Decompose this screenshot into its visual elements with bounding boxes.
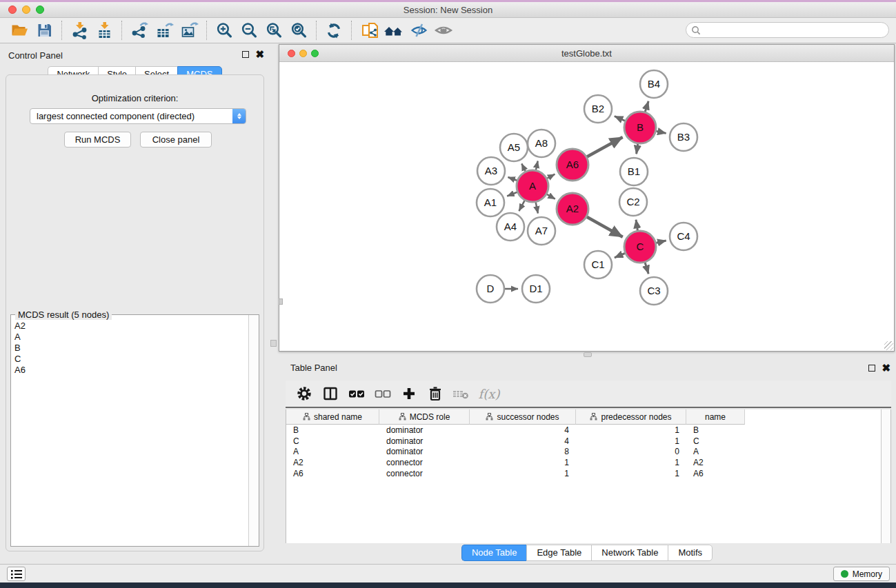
show-panels-button[interactable]: [7, 567, 26, 581]
cell-mcds-role[interactable]: dominator: [379, 446, 470, 457]
table-settings-button[interactable]: [291, 383, 317, 405]
table-row[interactable]: A6connector11A6: [286, 468, 890, 479]
network-window-titlebar[interactable]: testGlobe.txt: [279, 45, 894, 62]
zoom-fit-button[interactable]: [261, 20, 286, 41]
refresh-layout-button[interactable]: [321, 20, 346, 41]
column-header-name[interactable]: name: [686, 409, 745, 425]
cell-predecessor-nodes[interactable]: 1: [576, 436, 686, 447]
graph-node-A5[interactable]: A5: [500, 134, 528, 161]
unselect-all-button[interactable]: [370, 383, 396, 405]
close-table-panel-icon[interactable]: ✖: [882, 365, 890, 372]
cell-name[interactable]: B: [686, 425, 745, 436]
home-view-button[interactable]: [381, 20, 406, 41]
cell-predecessor-nodes[interactable]: 0: [576, 446, 686, 457]
zoom-selected-button[interactable]: [286, 20, 311, 41]
clone-network-button[interactable]: [357, 20, 381, 41]
export-network-button[interactable]: [127, 20, 152, 41]
graph-node-B3[interactable]: B3: [670, 123, 697, 151]
cell-shared-name[interactable]: A6: [286, 468, 379, 479]
optimization-criterion-select[interactable]: largest connected component (directed): [30, 108, 246, 124]
search-input[interactable]: [701, 26, 888, 35]
graph-node-A[interactable]: A: [517, 170, 548, 202]
cell-successor-nodes[interactable]: 4: [470, 436, 576, 447]
graph-node-A8[interactable]: A8: [528, 130, 555, 157]
horizontal-splitter-grip[interactable]: [584, 352, 592, 357]
mcds-result-item[interactable]: A: [14, 332, 248, 343]
graph-node-C3[interactable]: C3: [640, 277, 668, 305]
cell-mcds-role[interactable]: connector: [379, 468, 470, 479]
cell-name[interactable]: A2: [686, 457, 745, 468]
graph-node-B4[interactable]: B4: [640, 70, 668, 98]
memory-button[interactable]: Memory: [833, 567, 890, 581]
cell-shared-name[interactable]: B: [286, 425, 379, 436]
graph-node-C1[interactable]: C1: [584, 251, 612, 278]
import-network-button[interactable]: [67, 20, 92, 41]
float-table-panel-icon[interactable]: [868, 365, 875, 372]
column-header-shared-name[interactable]: shared name: [286, 409, 379, 425]
result-scrollbar[interactable]: [248, 315, 259, 546]
zoom-in-button[interactable]: [212, 20, 237, 41]
cell-predecessor-nodes[interactable]: 1: [576, 425, 686, 436]
cell-successor-nodes[interactable]: 8: [470, 446, 576, 457]
run-mcds-button[interactable]: Run MCDS: [64, 132, 131, 148]
cell-mcds-role[interactable]: dominator: [379, 436, 470, 447]
tab-node-table[interactable]: Node Table: [461, 545, 527, 561]
window-edge-handle[interactable]: [279, 298, 283, 305]
import-table-button[interactable]: [92, 20, 117, 41]
close-panel-button[interactable]: Close panel: [140, 132, 212, 148]
cell-name[interactable]: C: [686, 436, 745, 447]
graph-node-A6[interactable]: A6: [557, 149, 588, 181]
mcds-result-item[interactable]: A2: [14, 321, 248, 332]
column-header-mcds-role[interactable]: MCDS role: [379, 409, 470, 425]
table-scrollbar[interactable]: [881, 409, 890, 543]
vertical-splitter-grip[interactable]: [270, 340, 277, 347]
show-columns-button[interactable]: [317, 383, 344, 405]
network-canvas[interactable]: B4B2BB3A5A8A6A3B1AA1C2A2A4A7C4CC1C3DD1: [279, 62, 894, 351]
graph-node-C2[interactable]: C2: [619, 188, 647, 216]
cell-predecessor-nodes[interactable]: 1: [576, 457, 686, 468]
mcds-result-item[interactable]: C: [14, 354, 248, 365]
open-session-button[interactable]: [7, 20, 32, 41]
cell-predecessor-nodes[interactable]: 1: [576, 468, 686, 479]
function-builder-button[interactable]: f(x): [475, 383, 501, 405]
add-column-button[interactable]: [396, 383, 422, 405]
float-panel-icon[interactable]: [242, 51, 249, 58]
window-resize-grip[interactable]: [884, 341, 893, 350]
graph-node-A4[interactable]: A4: [497, 213, 524, 241]
show-details-button[interactable]: [431, 20, 456, 41]
column-header-successor-nodes[interactable]: successor nodes: [470, 409, 576, 425]
tab-edge-table[interactable]: Edge Table: [526, 545, 591, 561]
cell-shared-name[interactable]: A2: [286, 457, 379, 468]
tab-motifs[interactable]: Motifs: [668, 545, 713, 561]
table-row[interactable]: Cdominator41C: [286, 436, 890, 447]
table-row[interactable]: A2connector11A2: [286, 457, 890, 468]
graph-node-A1[interactable]: A1: [477, 189, 504, 216]
export-image-button[interactable]: [177, 20, 201, 41]
tab-network-table[interactable]: Network Table: [591, 545, 668, 561]
cell-mcds-role[interactable]: dominator: [379, 425, 470, 436]
select-all-button[interactable]: [344, 383, 370, 405]
cell-name[interactable]: A6: [686, 468, 745, 479]
graph-node-A7[interactable]: A7: [528, 217, 555, 245]
delete-table-button[interactable]: [448, 383, 475, 405]
graph-node-B2[interactable]: B2: [584, 95, 612, 123]
save-session-button[interactable]: [32, 20, 57, 41]
hide-details-button[interactable]: [406, 20, 431, 41]
search-field[interactable]: [686, 22, 889, 38]
graph-node-B[interactable]: B: [624, 112, 656, 143]
table-row[interactable]: Adominator80A: [286, 446, 890, 457]
mcds-result-item[interactable]: B: [14, 343, 248, 354]
cell-mcds-role[interactable]: connector: [379, 457, 470, 468]
graph-node-D[interactable]: D: [477, 275, 504, 303]
graph-node-A2[interactable]: A2: [557, 193, 588, 225]
cell-shared-name[interactable]: C: [286, 436, 379, 447]
graph-node-B1[interactable]: B1: [620, 158, 648, 185]
export-table-button[interactable]: [152, 20, 177, 41]
zoom-out-button[interactable]: [237, 20, 261, 41]
graph-node-A3[interactable]: A3: [477, 157, 505, 185]
cell-shared-name[interactable]: A: [286, 446, 379, 457]
cell-successor-nodes[interactable]: 1: [470, 457, 576, 468]
graph-node-D1[interactable]: D1: [522, 275, 550, 303]
graph-node-C[interactable]: C: [624, 231, 656, 263]
cell-successor-nodes[interactable]: 1: [470, 468, 576, 479]
